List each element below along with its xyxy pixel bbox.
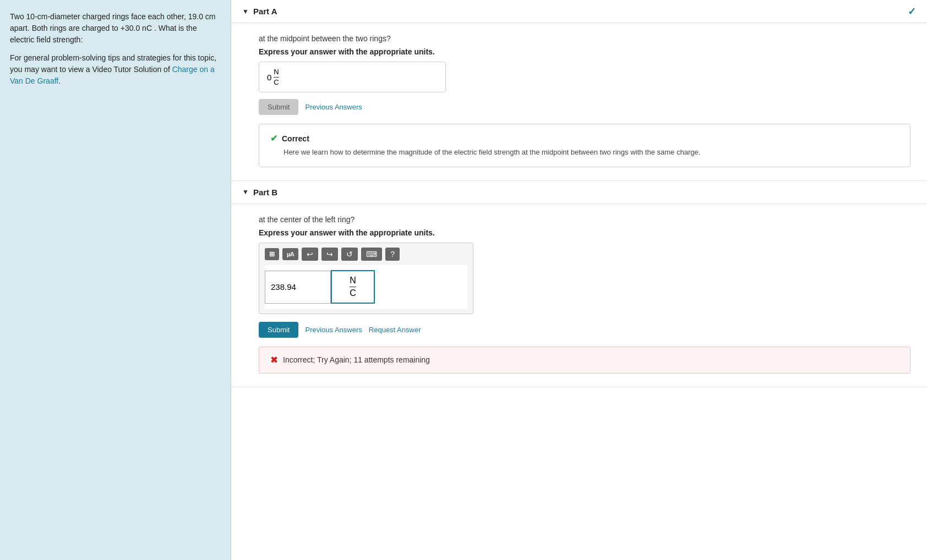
part-b-previous-answers-link[interactable]: Previous Answers <box>305 326 362 334</box>
part-a-submit-button[interactable]: Submit <box>259 99 298 115</box>
help-button[interactable]: ? <box>385 248 400 261</box>
math-toolbar: ⊞ µA ↩ ↪ ↺ ⌨ <box>265 248 467 261</box>
part-b-incorrect-box: ✖ Incorrect; Try Again; 11 attempts rema… <box>259 347 910 374</box>
problem-statement: Two 10-cm-diameter charged rings face ea… <box>10 11 221 46</box>
math-unit-fraction: N C <box>350 276 356 298</box>
part-a-question: at the midpoint between the two rings? <box>259 34 910 43</box>
part-b-submit-button[interactable]: Submit <box>259 322 298 338</box>
main-content: ▼ Part A ✓ at the midpoint between the t… <box>231 0 927 560</box>
keyboard-icon: ⌨ <box>366 250 377 259</box>
redo-icon: ↪ <box>326 250 333 259</box>
math-editor: ⊞ µA ↩ ↪ ↺ ⌨ <box>259 243 473 314</box>
keyboard-button[interactable]: ⌨ <box>361 248 382 261</box>
part-a-answer-box: 0 N C <box>259 62 446 92</box>
undo-button[interactable]: ↩ <box>302 248 318 261</box>
part-a-arrow-icon: ▼ <box>242 8 249 15</box>
refresh-icon: ↺ <box>346 250 353 259</box>
part-a-unit-numerator: N <box>274 68 279 78</box>
part-a-correct-header: ✔ Correct <box>270 133 899 144</box>
sidebar: Two 10-cm-diameter charged rings face ea… <box>0 0 231 560</box>
math-input-number: 238.94 <box>271 282 296 292</box>
part-b-express-label: Express your answer with the appropriate… <box>259 228 910 237</box>
part-b-action-row: Submit Previous Answers Request Answer <box>259 322 910 338</box>
correct-checkmark-icon: ✔ <box>270 133 277 144</box>
refresh-button[interactable]: ↺ <box>341 248 358 261</box>
part-b-title: Part B <box>253 188 277 197</box>
part-a-answer-value: 0 <box>267 73 271 82</box>
part-b-section: ▼ Part B at the center of the left ring?… <box>231 181 927 387</box>
part-a-correct-box: ✔ Correct Here we learn how to determine… <box>259 124 910 167</box>
video-tutor-text: For general problem-solving tips and str… <box>10 52 221 87</box>
part-b-incorrect-text: Incorrect; Try Again; 11 attempts remain… <box>283 355 430 364</box>
math-unit-box[interactable]: N C <box>331 270 375 304</box>
grid-icon: ⊞ <box>269 250 275 258</box>
part-a-unit-fraction: N C <box>274 68 279 86</box>
part-a-body: at the midpoint between the two rings? E… <box>231 23 927 180</box>
incorrect-x-icon: ✖ <box>270 355 277 365</box>
part-a-previous-answers-link[interactable]: Previous Answers <box>305 103 362 111</box>
math-input-value-box[interactable]: 238.94 <box>265 271 331 304</box>
part-b-body: at the center of the left ring? Express … <box>231 204 927 387</box>
sidebar-content: Two 10-cm-diameter charged rings face ea… <box>10 11 221 87</box>
sigma-icon: µA <box>287 251 294 257</box>
part-a-action-row: Submit Previous Answers <box>259 99 910 115</box>
part-a-checkmark: ✓ <box>908 6 916 18</box>
grid-button[interactable]: ⊞ <box>265 248 279 260</box>
part-a-correct-title: Correct <box>282 134 309 143</box>
part-b-question: at the center of the left ring? <box>259 215 910 224</box>
help-icon: ? <box>390 250 395 259</box>
part-a-section: ▼ Part A ✓ at the midpoint between the t… <box>231 0 927 181</box>
sigma-button[interactable]: µA <box>282 248 298 260</box>
part-b-request-answer-link[interactable]: Request Answer <box>369 326 421 334</box>
problem-text-1: Two 10-cm-diameter charged rings face ea… <box>10 12 216 44</box>
math-unit-numerator: N <box>350 276 356 287</box>
part-b-header: ▼ Part B <box>231 181 927 204</box>
part-a-title: Part A <box>253 7 277 16</box>
math-unit-denominator: C <box>350 287 356 298</box>
math-input-area: 238.94 N C <box>265 265 467 309</box>
part-a-express-label: Express your answer with the appropriate… <box>259 47 910 56</box>
undo-icon: ↩ <box>307 250 313 259</box>
part-b-arrow-icon: ▼ <box>242 188 249 196</box>
redo-button[interactable]: ↪ <box>321 248 338 261</box>
part-a-unit-denominator: C <box>274 78 279 87</box>
part-a-header: ▼ Part A ✓ <box>231 0 927 23</box>
part-a-correct-text: Here we learn how to determine the magni… <box>283 147 899 158</box>
link-suffix: . <box>58 76 61 85</box>
